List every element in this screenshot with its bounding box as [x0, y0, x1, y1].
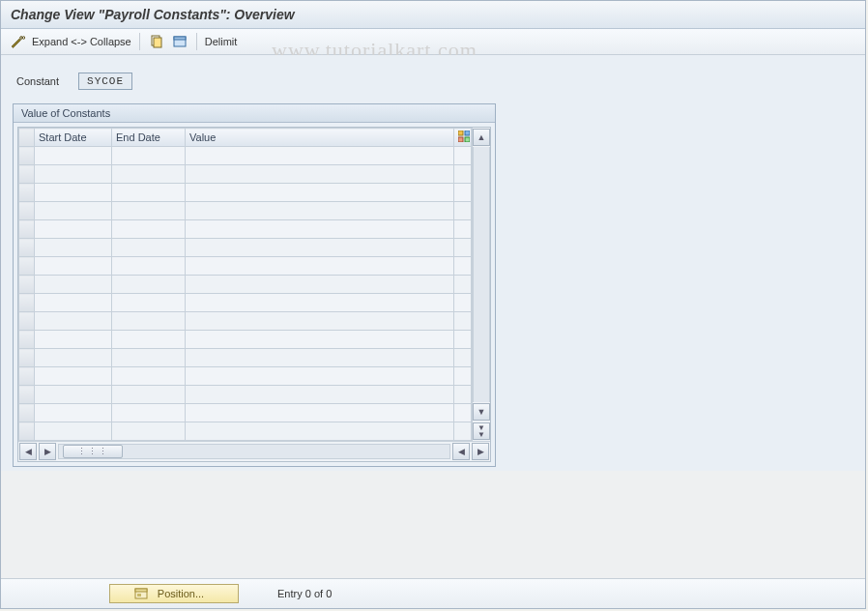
scroll-left-icon[interactable]: ◀ — [19, 443, 37, 460]
table-row — [19, 276, 472, 294]
cell[interactable] — [186, 184, 454, 202]
cell[interactable] — [35, 386, 112, 404]
table-row — [19, 257, 472, 276]
row-select-header[interactable] — [19, 129, 35, 147]
cell[interactable] — [186, 276, 454, 294]
cell[interactable] — [35, 202, 112, 220]
pencil-glasses-icon[interactable] — [9, 33, 26, 50]
row-selector[interactable] — [19, 257, 35, 276]
cell[interactable] — [186, 349, 454, 367]
select-all-icon[interactable] — [171, 33, 188, 50]
row-selector[interactable] — [19, 404, 35, 422]
cell[interactable] — [186, 220, 454, 239]
cell[interactable] — [35, 312, 112, 331]
col-end-date[interactable]: End Date — [112, 129, 186, 147]
cell[interactable] — [112, 294, 186, 312]
scroll-end-icon[interactable]: ▼▼ — [473, 422, 490, 440]
cell[interactable] — [112, 239, 186, 257]
hscroll-thumb[interactable]: ⋮⋮⋮ — [63, 445, 123, 458]
row-selector[interactable] — [19, 367, 35, 386]
row-selector[interactable] — [19, 239, 35, 257]
cell[interactable] — [112, 367, 186, 386]
delimit-button[interactable]: Delimit — [205, 36, 238, 47]
cell[interactable] — [186, 331, 454, 349]
cell[interactable] — [186, 202, 454, 220]
row-selector[interactable] — [19, 165, 35, 184]
cell[interactable] — [112, 257, 186, 276]
row-selector[interactable] — [19, 294, 35, 312]
row-selector[interactable] — [19, 220, 35, 239]
cell[interactable] — [186, 257, 454, 276]
cell[interactable] — [112, 404, 186, 422]
configure-columns-icon[interactable] — [454, 129, 472, 147]
row-selector[interactable] — [19, 349, 35, 367]
scroll-down-icon[interactable]: ▼ — [473, 403, 490, 421]
cell[interactable] — [186, 165, 454, 184]
horizontal-scrollbar[interactable]: ◀ ▶ ⋮⋮⋮ ◀ ▶ — [18, 441, 490, 461]
row-selector[interactable] — [19, 202, 35, 220]
cell[interactable] — [35, 367, 112, 386]
cell[interactable] — [112, 184, 186, 202]
expand-collapse-button[interactable]: Expand <-> Collapse — [32, 36, 131, 47]
cell-pad — [454, 294, 472, 312]
row-selector[interactable] — [19, 276, 35, 294]
col-start-date[interactable]: Start Date — [35, 129, 112, 147]
cell[interactable] — [112, 386, 186, 404]
value-of-constants-group: Value of Constants Start Date End Date — [13, 103, 496, 467]
cell[interactable] — [186, 386, 454, 404]
cell[interactable] — [35, 147, 112, 165]
cell[interactable] — [35, 184, 112, 202]
cell[interactable] — [186, 147, 454, 165]
table-row — [19, 165, 472, 184]
cell[interactable] — [186, 422, 454, 441]
cell[interactable] — [112, 349, 186, 367]
row-selector[interactable] — [19, 147, 35, 165]
cell[interactable] — [112, 312, 186, 331]
svg-rect-6 — [458, 131, 463, 135]
copy-icon[interactable] — [148, 33, 165, 50]
scroll-left-end-icon[interactable]: ◀ — [452, 443, 470, 460]
cell[interactable] — [35, 422, 112, 441]
cell[interactable] — [112, 147, 186, 165]
table-row — [19, 331, 472, 349]
position-button[interactable]: Position... — [109, 584, 239, 603]
row-selector[interactable] — [19, 386, 35, 404]
cell[interactable] — [35, 220, 112, 239]
cell[interactable] — [112, 422, 186, 441]
cell[interactable] — [186, 239, 454, 257]
group-title: Value of Constants — [14, 104, 495, 123]
table-row — [19, 349, 472, 367]
cell[interactable] — [112, 276, 186, 294]
cell[interactable] — [112, 202, 186, 220]
col-value[interactable]: Value — [186, 129, 454, 147]
constant-value: SYCOE — [78, 73, 132, 90]
row-selector[interactable] — [19, 422, 35, 441]
cell[interactable] — [186, 294, 454, 312]
table-row — [19, 386, 472, 404]
cell[interactable] — [35, 239, 112, 257]
cell[interactable] — [186, 312, 454, 331]
cell[interactable] — [35, 276, 112, 294]
cell[interactable] — [112, 331, 186, 349]
cell[interactable] — [112, 165, 186, 184]
cell[interactable] — [35, 349, 112, 367]
cell[interactable] — [112, 220, 186, 239]
row-selector[interactable] — [19, 331, 35, 349]
cell-pad — [454, 422, 472, 441]
cell[interactable] — [35, 404, 112, 422]
cell[interactable] — [35, 294, 112, 312]
table-row — [19, 220, 472, 239]
cell[interactable] — [35, 331, 112, 349]
cell[interactable] — [35, 165, 112, 184]
cell[interactable] — [186, 367, 454, 386]
vertical-scrollbar[interactable]: ▲ ▼ ▼▼ — [472, 128, 490, 441]
cell[interactable] — [186, 404, 454, 422]
scroll-right-icon[interactable]: ▶ — [472, 443, 489, 460]
row-selector[interactable] — [19, 184, 35, 202]
scroll-up-icon[interactable]: ▲ — [473, 129, 490, 146]
cell[interactable] — [35, 257, 112, 276]
row-selector[interactable] — [19, 312, 35, 331]
scroll-right-step-icon[interactable]: ▶ — [39, 443, 56, 460]
table-row — [19, 404, 472, 422]
cell-pad — [454, 276, 472, 294]
